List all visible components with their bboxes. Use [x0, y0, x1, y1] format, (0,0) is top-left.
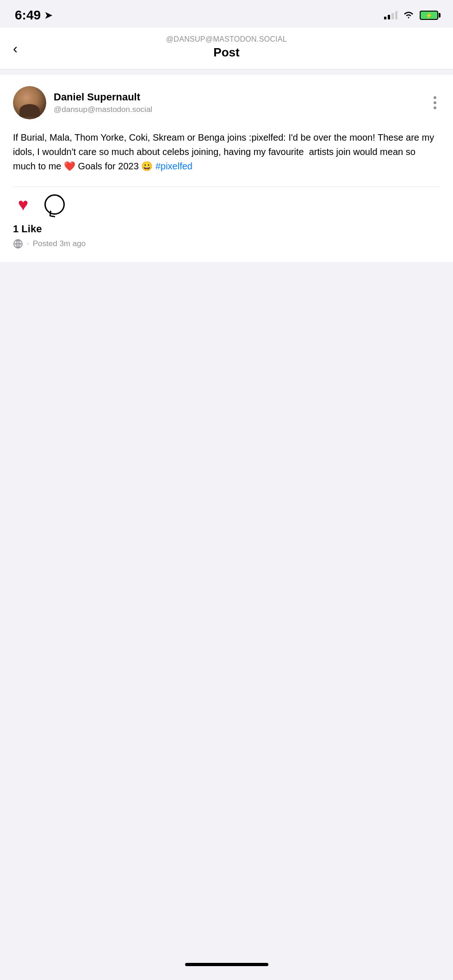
post-text: If Burial, Mala, Thom Yorke, Coki, Skrea… [13, 132, 434, 171]
post-actions: ♥ [13, 186, 440, 220]
header-title: Post [213, 45, 239, 60]
signal-bar-4 [395, 11, 397, 19]
post-content: If Burial, Mala, Thom Yorke, Coki, Skrea… [13, 130, 440, 174]
more-options-button[interactable] [430, 93, 440, 113]
status-right-group: ⚡ [384, 10, 438, 21]
avatar[interactable] [13, 86, 46, 119]
background-area [0, 262, 453, 952]
wifi-icon [403, 10, 414, 21]
like-button[interactable]: ♥ [13, 194, 33, 215]
likes-section: 1 Like · Posted 3m ago [13, 223, 440, 251]
signal-bar-3 [391, 13, 394, 19]
comment-button[interactable] [44, 194, 65, 215]
globe-icon [13, 239, 23, 249]
battery-icon: ⚡ [420, 11, 438, 20]
post-hashtag[interactable]: #pixelfed [155, 161, 192, 171]
location-arrow-icon: ➤ [44, 10, 52, 21]
back-button[interactable]: ‹ [13, 41, 18, 56]
dot-1 [434, 96, 436, 99]
meta-separator: · [27, 239, 29, 248]
time-display: 6:49 [15, 8, 41, 23]
dot-2 [434, 101, 436, 104]
signal-icon [384, 11, 397, 19]
author-name[interactable]: Daniel Supernault [54, 91, 422, 103]
signal-bar-2 [388, 15, 390, 19]
status-bar: 6:49 ➤ ⚡ [0, 0, 453, 28]
battery-bolt-icon: ⚡ [425, 12, 433, 19]
avatar-image [13, 86, 46, 119]
signal-bar-1 [384, 17, 386, 19]
battery-fill: ⚡ [422, 12, 436, 18]
header-subtitle: @DANSUP@MASTODON.SOCIAL [166, 35, 287, 43]
likes-count: 1 Like [13, 223, 440, 235]
dot-3 [434, 106, 436, 109]
navigation-header: ‹ @DANSUP@MASTODON.SOCIAL Post [0, 28, 453, 69]
post-timestamp: Posted 3m ago [33, 239, 86, 248]
home-bar [185, 963, 268, 966]
author-info: Daniel Supernault @dansup@mastodon.socia… [54, 91, 422, 114]
battery-body: ⚡ [420, 11, 438, 20]
status-time-group: 6:49 ➤ [15, 8, 52, 23]
author-handle: @dansup@mastodon.social [54, 105, 422, 114]
post-card: Daniel Supernault @dansup@mastodon.socia… [0, 75, 453, 262]
heart-icon: ♥ [18, 195, 29, 215]
post-meta: · Posted 3m ago [13, 239, 440, 249]
home-indicator [0, 952, 453, 980]
post-author-row: Daniel Supernault @dansup@mastodon.socia… [13, 86, 440, 119]
